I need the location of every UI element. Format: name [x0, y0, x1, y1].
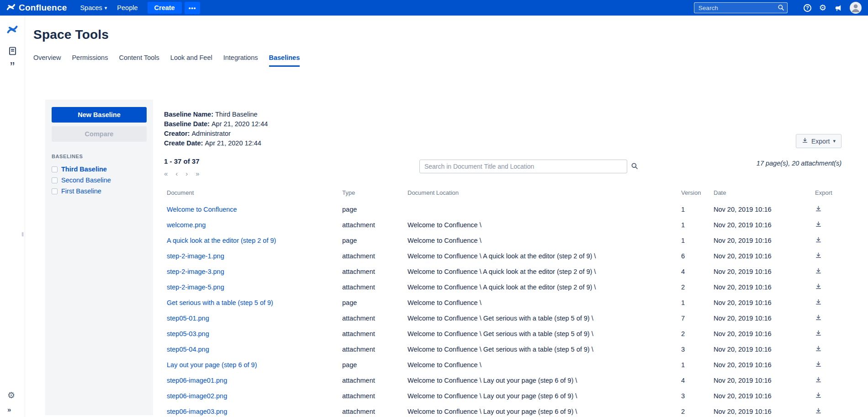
export-row-icon[interactable]	[815, 392, 822, 399]
tab-look-and-feel[interactable]: Look and Feel	[170, 54, 212, 67]
settings-gear-icon[interactable]: ⚙	[819, 4, 826, 12]
search-icon[interactable]	[778, 4, 784, 13]
document-search-input[interactable]	[419, 160, 627, 173]
confluence-home-link[interactable]: Confluence	[6, 3, 67, 13]
global-search	[694, 2, 788, 13]
tab-overview[interactable]: Overview	[33, 54, 61, 67]
document-link[interactable]: step06-image02.png	[167, 392, 227, 400]
tab-baselines[interactable]: Baselines	[269, 54, 300, 67]
export-row-icon[interactable]	[815, 252, 822, 259]
location-cell: Welcome to Confluence \ Lay out your pag…	[405, 388, 678, 404]
table-row: step05-04.png attachment Welcome to Conf…	[164, 342, 842, 357]
export-button[interactable]: Export ▾	[796, 134, 842, 148]
document-link[interactable]: step05-04.png	[167, 346, 209, 353]
baseline-link[interactable]: Third Baseline	[61, 166, 107, 173]
tab-permissions[interactable]: Permissions	[72, 54, 108, 67]
nav-spaces[interactable]: Spaces ▾	[75, 4, 112, 11]
detail-value: Apr 21, 2020 12:44	[205, 139, 261, 147]
compare-button[interactable]: Compare	[52, 126, 147, 142]
pagination-first[interactable]: «	[164, 170, 168, 177]
detail-label: Create Date:	[164, 139, 203, 147]
create-button[interactable]: Create	[148, 2, 182, 14]
export-row-icon[interactable]	[815, 299, 822, 305]
type-cell: page	[339, 202, 405, 217]
document-link[interactable]: Lay out your page (step 6 of 9)	[167, 361, 257, 369]
type-cell: attachment	[339, 388, 405, 404]
tab-content-tools[interactable]: Content Tools	[119, 54, 159, 67]
detail-baseline-date: Baseline Date:Apr 21, 2020 12:44	[164, 119, 268, 129]
new-baseline-button[interactable]: New Baseline	[52, 107, 147, 123]
list-item: Second Baseline	[52, 175, 147, 186]
document-link[interactable]: step-2-image-1.png	[167, 252, 224, 260]
baseline-link[interactable]: Second Baseline	[61, 176, 111, 184]
space-settings-gear-icon[interactable]: ⚙	[7, 391, 15, 400]
document-link[interactable]: step-2-image-5.png	[167, 283, 224, 291]
document-link[interactable]: welcome.png	[167, 221, 206, 229]
version-cell: 1	[678, 202, 711, 217]
table-row: step06-image01.png attachment Welcome to…	[164, 373, 842, 388]
export-row-icon[interactable]	[815, 345, 822, 352]
export-row-icon[interactable]	[815, 314, 822, 321]
export-row-icon[interactable]	[815, 221, 822, 228]
type-cell: attachment	[339, 279, 405, 295]
date-cell: Nov 20, 2019 10:16	[711, 310, 812, 326]
pagination-next[interactable]: ›	[185, 170, 188, 177]
export-row-icon[interactable]	[815, 376, 822, 383]
tab-integrations[interactable]: Integrations	[223, 54, 258, 67]
detail-label: Baseline Date:	[164, 120, 210, 128]
space-logo-icon[interactable]	[0, 25, 25, 34]
baseline-checkbox[interactable]	[52, 188, 58, 194]
export-row-icon[interactable]	[815, 330, 822, 337]
document-link[interactable]: A quick look at the editor (step 2 of 9)	[167, 237, 276, 244]
table-row: Lay out your page (step 6 of 9) page Wel…	[164, 357, 842, 373]
version-cell: 1	[678, 217, 711, 233]
export-row-icon[interactable]	[815, 361, 822, 368]
export-row-icon[interactable]	[815, 407, 822, 414]
document-link[interactable]: step05-03.png	[167, 330, 209, 337]
type-cell: page	[339, 295, 405, 310]
detail-value: Administrator	[191, 130, 230, 137]
type-cell: attachment	[339, 373, 405, 388]
export-row-icon[interactable]	[815, 267, 822, 274]
space-sidebar: ” ‖ ⚙ »	[0, 16, 25, 417]
export-row-icon[interactable]	[815, 283, 822, 290]
pages-icon[interactable]	[0, 46, 25, 56]
blog-quotes-icon[interactable]: ”	[0, 60, 25, 73]
search-icon[interactable]	[631, 162, 638, 173]
global-search-input[interactable]	[694, 2, 788, 13]
document-link[interactable]: step05-01.png	[167, 315, 209, 322]
location-cell: Welcome to Confluence \	[405, 295, 678, 310]
pagination-prev[interactable]: ‹	[175, 170, 178, 177]
date-cell: Nov 20, 2019 10:16	[711, 388, 812, 404]
date-cell: Nov 20, 2019 10:16	[711, 295, 812, 310]
document-link[interactable]: step06-image03.png	[167, 408, 227, 415]
type-cell: attachment	[339, 310, 405, 326]
date-cell: Nov 20, 2019 10:16	[711, 248, 812, 264]
baseline-checkbox[interactable]	[52, 166, 58, 172]
help-icon[interactable]: ?	[804, 4, 811, 12]
main-content: Space Tools Overview Permissions Content…	[25, 16, 868, 417]
megaphone-icon[interactable]	[834, 4, 842, 12]
nav-more-button[interactable]: •••	[185, 2, 201, 14]
user-avatar[interactable]	[850, 2, 862, 14]
pagination-last[interactable]: »	[196, 170, 199, 177]
detail-label: Creator:	[164, 130, 190, 137]
document-link[interactable]: step06-image01.png	[167, 377, 227, 384]
document-link[interactable]: step-2-image-3.png	[167, 268, 224, 275]
baseline-documents-table: Document Type Document Location Version …	[164, 189, 842, 417]
export-row-icon[interactable]	[815, 236, 822, 243]
export-row-icon[interactable]	[815, 205, 822, 212]
detail-creator: Creator:Administrator	[164, 129, 268, 139]
document-link[interactable]: Welcome to Confluence	[167, 206, 237, 213]
pagination: « ‹ › »	[164, 170, 301, 177]
expand-sidebar-icon[interactable]: »	[7, 406, 11, 413]
version-cell: 2	[678, 279, 711, 295]
document-link[interactable]: Get serious with a table (step 5 of 9)	[167, 299, 273, 306]
baseline-detail-section: Baseline Name:Third Baseline Baseline Da…	[164, 100, 868, 417]
nav-people[interactable]: People	[112, 4, 143, 11]
sidebar-resize-handle[interactable]: ‖	[21, 231, 24, 238]
baseline-link[interactable]: First Baseline	[61, 187, 101, 195]
date-cell: Nov 20, 2019 10:16	[711, 373, 812, 388]
baseline-checkbox[interactable]	[52, 177, 58, 183]
date-cell: Nov 20, 2019 10:16	[711, 279, 812, 295]
